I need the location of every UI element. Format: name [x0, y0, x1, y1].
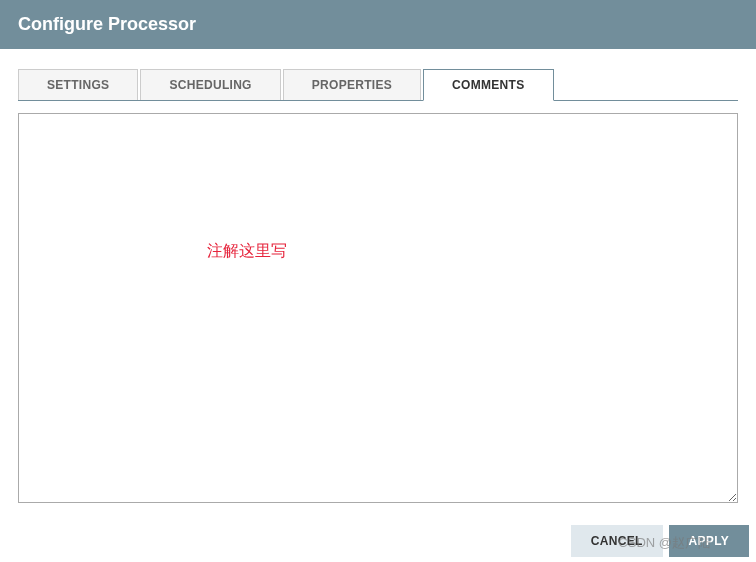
- dialog-footer: CANCEL APPLY: [564, 520, 756, 562]
- comments-textarea[interactable]: [18, 113, 738, 503]
- tab-bar: SETTINGS SCHEDULING PROPERTIES COMMENTS: [18, 69, 738, 101]
- dialog-content: SETTINGS SCHEDULING PROPERTIES COMMENTS: [0, 49, 756, 507]
- apply-button[interactable]: APPLY: [669, 525, 749, 557]
- tab-settings[interactable]: SETTINGS: [18, 69, 138, 100]
- dialog-header: Configure Processor: [0, 0, 756, 49]
- tab-comments[interactable]: COMMENTS: [423, 69, 553, 101]
- tab-content-comments: [18, 101, 738, 507]
- cancel-button[interactable]: CANCEL: [571, 525, 663, 557]
- tab-properties[interactable]: PROPERTIES: [283, 69, 421, 100]
- tab-scheduling[interactable]: SCHEDULING: [140, 69, 280, 100]
- dialog-title: Configure Processor: [18, 14, 196, 34]
